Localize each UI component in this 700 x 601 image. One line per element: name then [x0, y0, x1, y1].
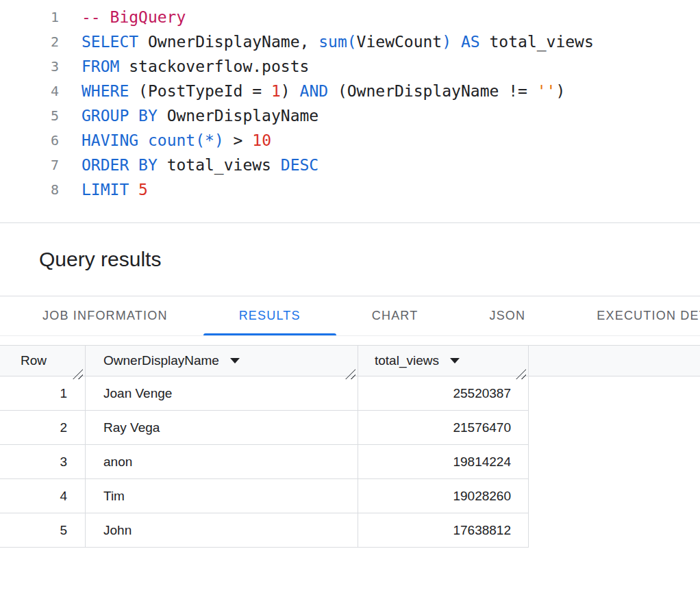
cell-total-views: 25520387 [358, 376, 529, 410]
code-token-plain [138, 131, 148, 149]
code-token-kw: AS [461, 33, 480, 51]
header-cell-total-views: total_views [358, 346, 529, 376]
code-token-plain: total_views [480, 33, 594, 51]
results-table-header: Row OwnerDisplayName total_views [0, 345, 700, 376]
code-token-plain: ) [555, 82, 565, 100]
cell-owner-display-name: Joan Venge [85, 376, 358, 410]
code-line: 3 FROM stackoverflow.posts [0, 54, 700, 79]
column-menu-dropdown-icon[interactable] [450, 358, 460, 363]
cell-owner-display-name: Ray Vega [85, 411, 358, 444]
line-number: 4 [0, 83, 59, 99]
code-token-plain: ViewCount [357, 33, 442, 51]
table-row: 4 Tim 19028260 [0, 479, 529, 513]
cell-total-views: 19028260 [358, 479, 529, 513]
cell-total-views: 17638812 [358, 513, 529, 547]
code-token-fn: sum( [318, 33, 356, 51]
cell-row-number: 1 [0, 376, 85, 410]
code-line: 6 HAVING count(*) > 10 [0, 128, 700, 153]
code-token-str: '' [537, 82, 556, 100]
results-table-body: 1 Joan Venge 25520387 2 Ray Vega 2157647… [0, 376, 700, 548]
line-number: 5 [0, 107, 59, 124]
code-token-plain: > [224, 131, 253, 149]
sql-editor-lines: 1 -- BigQuery 2 SELECT OwnerDisplayName,… [0, 5, 700, 202]
tab-chart[interactable]: CHART [336, 296, 454, 335]
line-number: 2 [0, 34, 59, 50]
code-token-plain: stackoverflow.posts [119, 57, 309, 75]
code-line: 1 -- BigQuery [0, 5, 700, 29]
tab-execution-details[interactable]: EXECUTION DETAILS [561, 296, 700, 335]
line-number: 3 [0, 58, 59, 75]
cell-owner-display-name: John [85, 513, 358, 547]
code-token-plain: OwnerDisplayName, [138, 33, 318, 51]
code-token-kw: ORDER BY [82, 156, 158, 174]
code-token-plain: ) [281, 82, 300, 100]
tab-json[interactable]: JSON [453, 296, 561, 335]
code-token-kw: DESC [281, 156, 318, 174]
code-text: -- BigQuery [59, 8, 186, 26]
code-text: SELECT OwnerDisplayName, sum(ViewCount) … [59, 33, 594, 51]
code-token-num: 5 [138, 181, 148, 199]
code-token-fn: ) [442, 33, 451, 51]
code-text: ORDER BY total_views DESC [59, 156, 318, 174]
code-text: FROM stackoverflow.posts [59, 57, 309, 75]
code-text: LIMIT 5 [59, 181, 148, 199]
code-token-comment: -- BigQuery [82, 8, 186, 26]
cell-total-views: 19814224 [358, 445, 529, 478]
header-cell-row: Row [0, 346, 85, 376]
code-text: HAVING count(*) > 10 [59, 131, 271, 149]
code-token-kw: SELECT [82, 33, 138, 51]
code-token-kw: AND [300, 82, 329, 100]
bigquery-query-panel: 1 -- BigQuery 2 SELECT OwnerDisplayName,… [0, 0, 700, 548]
code-token-kw: LIMIT [82, 181, 129, 199]
code-token-plain: (PostTypeId = [129, 82, 271, 100]
cell-row-number: 5 [0, 513, 85, 547]
column-resize-handle[interactable] [516, 369, 526, 379]
column-header-label: Row [21, 353, 47, 368]
code-line: 7 ORDER BY total_views DESC [0, 153, 700, 177]
code-token-fn: count(*) [148, 131, 224, 149]
cell-total-views: 21576470 [358, 411, 529, 444]
code-token-kw: GROUP BY [82, 107, 158, 125]
header-filler [529, 346, 700, 376]
line-number: 1 [0, 9, 59, 25]
code-token-plain: total_views [158, 156, 281, 174]
code-token-plain [451, 33, 461, 51]
column-resize-handle[interactable] [345, 369, 355, 379]
code-line: 5 GROUP BY OwnerDisplayName [0, 103, 700, 128]
cell-owner-display-name: Tim [85, 479, 358, 513]
table-row: 5 John 17638812 [0, 513, 529, 548]
tab-label: CHART [372, 309, 418, 323]
line-number: 6 [0, 132, 59, 149]
table-row: 3 anon 19814224 [0, 445, 529, 479]
code-token-plain: OwnerDisplayName [158, 107, 318, 125]
column-header-label: total_views [375, 353, 439, 368]
column-header-label: OwnerDisplayName [103, 353, 219, 368]
line-number: 8 [0, 181, 59, 198]
results-tab-bar: JOB INFORMATION RESULTS CHART JSON EXECU… [0, 296, 700, 336]
tab-results[interactable]: RESULTS [203, 296, 336, 335]
code-line: 2 SELECT OwnerDisplayName, sum(ViewCount… [0, 29, 700, 54]
tab-label: JOB INFORMATION [42, 309, 168, 323]
header-cell-ownerdisplayname: OwnerDisplayName [85, 346, 358, 376]
code-token-kw: FROM [82, 57, 119, 75]
column-menu-dropdown-icon[interactable] [230, 358, 240, 363]
column-resize-handle[interactable] [73, 369, 83, 379]
code-token-plain [129, 181, 138, 199]
table-row: 1 Joan Venge 25520387 [0, 376, 529, 411]
tab-label: JSON [489, 309, 525, 323]
tab-label: RESULTS [239, 309, 301, 323]
code-text: GROUP BY OwnerDisplayName [59, 107, 318, 125]
cell-row-number: 2 [0, 411, 85, 444]
code-line: 4 WHERE (PostTypeId = 1) AND (OwnerDispl… [0, 79, 700, 103]
code-token-plain: (OwnerDisplayName != [328, 82, 537, 100]
sql-editor[interactable]: 1 -- BigQuery 2 SELECT OwnerDisplayName,… [0, 0, 700, 223]
table-row: 2 Ray Vega 21576470 [0, 411, 529, 445]
code-token-num: 1 [271, 82, 281, 100]
line-number: 7 [0, 157, 59, 173]
code-token-kw: HAVING [82, 131, 138, 149]
cell-owner-display-name: anon [85, 445, 358, 478]
code-line: 8 LIMIT 5 [0, 177, 700, 202]
tab-job-information[interactable]: JOB INFORMATION [7, 296, 203, 335]
tab-label: EXECUTION DETAILS [597, 309, 700, 323]
code-token-kw: WHERE [82, 82, 129, 100]
